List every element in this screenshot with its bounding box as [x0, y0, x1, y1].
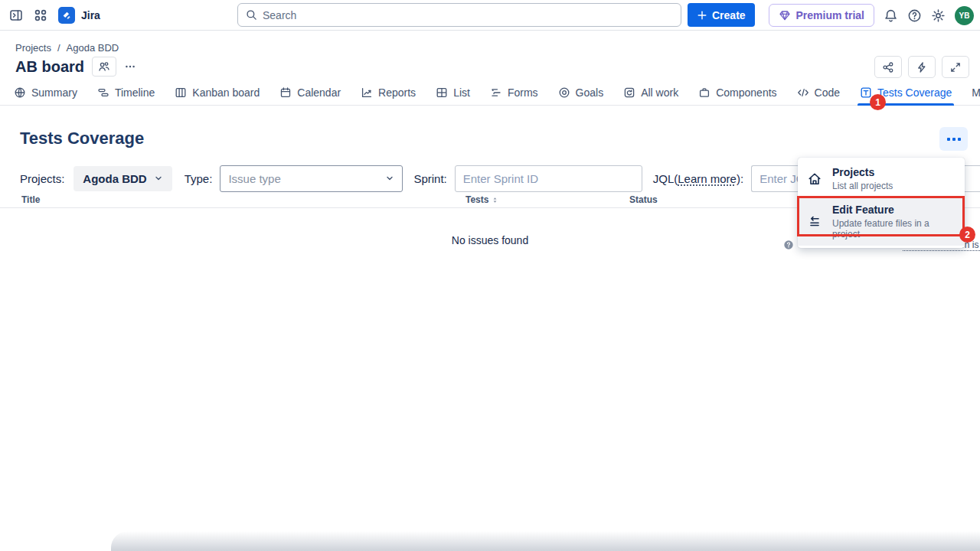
- tab-label: Code: [815, 86, 840, 99]
- tab-label: Summary: [31, 86, 77, 99]
- menu-item-title: Edit Feature: [832, 204, 956, 216]
- tab-label: Components: [716, 86, 776, 99]
- notifications-bell-icon[interactable]: [884, 8, 898, 23]
- app-switcher-icon[interactable]: [34, 8, 47, 22]
- tab-label: All work: [641, 86, 678, 99]
- breadcrumb-project-name[interactable]: Agoda BDD: [67, 42, 119, 54]
- column-header-tests[interactable]: Tests: [466, 194, 499, 205]
- sprint-id-input[interactable]: [455, 165, 642, 192]
- search-input[interactable]: [263, 9, 673, 21]
- tab-label: Kanban board: [192, 86, 260, 99]
- column-header-tests-label: Tests: [466, 194, 488, 205]
- tab-reports[interactable]: Reports: [361, 80, 416, 105]
- tab-label: Tests Coverage: [877, 86, 952, 99]
- form-lines-icon: [490, 86, 502, 99]
- annotation-step-2-badge: 2: [959, 227, 975, 243]
- tab-all-work[interactable]: All work: [623, 80, 678, 105]
- menu-item-subtitle: Update feature files in a project: [832, 218, 956, 240]
- issue-type-placeholder: Issue type: [228, 172, 280, 185]
- share-button[interactable]: [874, 56, 902, 78]
- component-box-icon: [698, 86, 710, 99]
- page-title: Tests Coverage: [20, 129, 144, 148]
- tab-forms[interactable]: Forms: [490, 80, 538, 105]
- chart-icon: [361, 86, 373, 99]
- timeline-icon: [97, 86, 109, 99]
- issue-type-select[interactable]: Issue type: [220, 165, 403, 192]
- column-header-status: Status: [629, 194, 658, 205]
- jira-logo-icon[interactable]: [58, 7, 75, 24]
- tab-more[interactable]: More 5: [972, 80, 980, 105]
- tab-label: Goals: [576, 86, 604, 99]
- lightning-icon: [916, 61, 928, 73]
- tab-label: Reports: [378, 86, 416, 99]
- bottom-edge-shadow: [111, 531, 980, 551]
- board-more-icon[interactable]: [124, 60, 136, 73]
- board-members-button[interactable]: [92, 57, 116, 77]
- menu-item-edit-feature[interactable]: Edit Feature Update feature files in a p…: [798, 197, 965, 246]
- projects-filter-value: Agoda BDD: [83, 172, 146, 185]
- tab-components[interactable]: Components: [698, 80, 776, 105]
- user-avatar[interactable]: YB: [955, 6, 974, 25]
- board-title: AB board: [15, 58, 84, 76]
- breadcrumb: Projects / Agoda BDD: [15, 42, 119, 54]
- all-work-icon: [623, 86, 635, 99]
- create-button[interactable]: Create: [688, 3, 755, 27]
- sprint-filter-label: Sprint:: [413, 172, 446, 185]
- column-header-title: Title: [21, 194, 40, 205]
- plus-icon: [697, 10, 707, 21]
- tab-label: List: [453, 86, 470, 99]
- menu-item-title: Projects: [832, 166, 893, 178]
- share-icon: [882, 61, 894, 73]
- tab-kanban-board[interactable]: Kanban board: [175, 80, 260, 105]
- tab-calendar[interactable]: Calendar: [279, 80, 341, 105]
- board-tabs: Summary Timeline Kanban board Calendar R…: [0, 80, 980, 106]
- tab-goals[interactable]: Goals: [558, 80, 604, 105]
- question-circle-icon: [783, 240, 794, 250]
- fullscreen-button[interactable]: [942, 56, 969, 78]
- jql-learn-more-link[interactable]: Learn more: [678, 172, 737, 185]
- breadcrumb-separator: /: [57, 42, 60, 54]
- chevron-down-icon: [154, 174, 163, 183]
- menu-item-subtitle: List all projects: [832, 181, 893, 191]
- globe-icon: [14, 86, 26, 99]
- help-icon[interactable]: [907, 8, 922, 23]
- menu-item-projects[interactable]: Projects List all projects: [798, 160, 965, 197]
- annotation-step-1-badge: 1: [870, 94, 886, 110]
- top-navigation-bar: Jira Create Premium trial: [0, 0, 980, 31]
- breadcrumb-projects[interactable]: Projects: [15, 42, 51, 54]
- sort-icon: [491, 196, 499, 204]
- tests-coverage-dropdown-menu: Projects List all projects Edit Feature …: [798, 158, 965, 248]
- tab-label: Calendar: [297, 86, 341, 99]
- tab-label: Timeline: [115, 86, 155, 99]
- tests-coverage-menu-button[interactable]: [939, 127, 968, 151]
- tab-summary[interactable]: Summary: [14, 80, 77, 105]
- table-icon: [436, 86, 448, 99]
- jql-label-prefix: JQL(: [653, 172, 678, 185]
- jira-app-window: Jira Create Premium trial: [0, 0, 980, 551]
- sidebar-toggle-icon[interactable]: [9, 8, 23, 22]
- home-icon: [807, 171, 822, 187]
- calendar-icon: [279, 86, 292, 99]
- jql-filter-label: JQL(Learn more):: [653, 172, 743, 185]
- code-icon: [797, 86, 809, 99]
- global-search[interactable]: [237, 3, 681, 27]
- tests-coverage-icon: [860, 86, 872, 99]
- settings-gear-icon[interactable]: [931, 8, 946, 23]
- search-icon: [246, 9, 257, 21]
- create-button-label: Create: [712, 9, 746, 21]
- expand-icon: [949, 61, 962, 73]
- premium-trial-button[interactable]: Premium trial: [769, 4, 874, 27]
- tab-timeline[interactable]: Timeline: [97, 80, 155, 105]
- tab-list[interactable]: List: [436, 80, 470, 105]
- diamond-icon: [779, 9, 791, 21]
- premium-trial-label: Premium trial: [796, 9, 864, 21]
- jql-label-suffix: ):: [737, 172, 743, 185]
- projects-filter-dropdown[interactable]: Agoda BDD: [74, 166, 172, 191]
- jira-wordmark: Jira: [81, 9, 100, 21]
- chevron-down-icon: [385, 174, 394, 183]
- target-icon: [558, 86, 570, 99]
- tab-code[interactable]: Code: [797, 80, 840, 105]
- tab-label: Forms: [508, 86, 538, 99]
- automation-button[interactable]: [908, 56, 936, 78]
- type-filter-label: Type:: [185, 172, 213, 185]
